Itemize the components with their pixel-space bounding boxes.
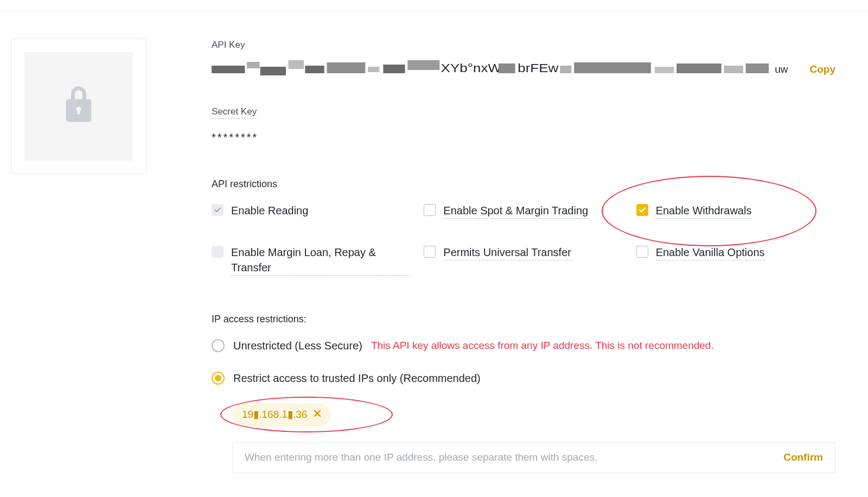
secret-key-value: ******** [212, 130, 835, 145]
radio-label: Restrict access to trusted IPs only (Rec… [233, 371, 481, 386]
svg-rect-15 [676, 63, 722, 73]
api-key-tail: uw [771, 62, 788, 77]
ip-address-input[interactable] [245, 451, 773, 463]
checkbox-icon [424, 246, 436, 258]
checkbox-icon [212, 246, 224, 258]
radio-unrestricted[interactable]: Unrestricted (Less Secure) This API key … [212, 338, 835, 353]
ip-warning-text: This API key allows access from any IP a… [371, 339, 714, 353]
checkbox-vanilla-options[interactable]: Enable Vanilla Options [636, 245, 835, 260]
svg-rect-12 [560, 66, 571, 73]
api-restrictions-label: API restrictions [212, 177, 835, 191]
secret-key-label: Secret Key [212, 105, 257, 119]
radio-icon [212, 339, 225, 352]
svg-rect-1 [247, 62, 260, 68]
checkbox-enable-reading[interactable]: Enable Reading [212, 203, 411, 218]
ip-input-row: Confirm [232, 442, 835, 473]
checkbox-icon [212, 204, 224, 216]
checkbox-spot-margin[interactable]: Enable Spot & Margin Trading [424, 203, 623, 219]
checkbox-universal-transfer[interactable]: Permits Universal Transfer [424, 245, 623, 260]
key-icon-card [11, 39, 146, 174]
svg-rect-14 [655, 67, 674, 73]
checkbox-icon [636, 246, 648, 258]
svg-rect-6 [368, 67, 379, 72]
ip-restrictions-label: IP access restrictions: [212, 313, 835, 326]
checkbox-margin-loan[interactable]: Enable Margin Loan, Repay & Transfer [212, 245, 411, 276]
remove-ip-button[interactable] [314, 409, 321, 420]
lock-icon [63, 86, 94, 126]
svg-rect-0 [212, 66, 245, 73]
confirm-button[interactable]: Confirm [783, 450, 823, 465]
checkbox-label: Enable Spot & Margin Trading [443, 203, 588, 219]
radio-restrict-trusted[interactable]: Restrict access to trusted IPs only (Rec… [212, 371, 835, 386]
checkbox-label: Enable Margin Loan, Repay & Transfer [231, 245, 411, 276]
trusted-ip-chip: 19▮.168.1▮.36 [232, 403, 331, 426]
api-key-label: API Key [212, 39, 835, 52]
copy-button[interactable]: Copy [810, 62, 836, 77]
svg-rect-13 [574, 62, 651, 73]
radio-icon [212, 372, 225, 385]
svg-rect-3 [289, 60, 304, 69]
svg-rect-2 [260, 67, 286, 75]
checkbox-label: Permits Universal Transfer [443, 245, 571, 260]
svg-rect-10 [499, 63, 515, 73]
svg-rect-4 [305, 66, 324, 73]
svg-text:XYb°nxW: XYb°nxW [441, 61, 502, 75]
svg-text:brFEw: brFEw [518, 61, 559, 75]
checkbox-label: Enable Vanilla Options [656, 245, 765, 260]
svg-rect-5 [327, 62, 366, 73]
ip-chip-text: 19▮.168.1▮.36 [242, 407, 307, 422]
svg-rect-7 [383, 65, 405, 73]
svg-rect-17 [746, 63, 769, 73]
redaction-overlay: XYb°nxW brFEw [212, 60, 788, 79]
checkbox-icon [424, 204, 436, 216]
checkbox-label: Enable Withdrawals [656, 203, 752, 219]
checkbox-withdrawals[interactable]: Enable Withdrawals [636, 203, 835, 219]
checkbox-label: Enable Reading [231, 203, 308, 218]
checkbox-icon [636, 204, 648, 216]
svg-rect-16 [724, 66, 743, 73]
api-key-value: XYb°nxW brFEw uw [212, 60, 788, 79]
radio-label: Unrestricted (Less Secure) [233, 338, 362, 353]
svg-rect-8 [407, 60, 439, 70]
